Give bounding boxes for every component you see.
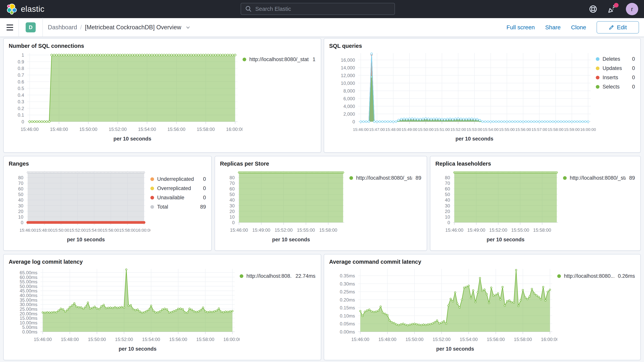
svg-text:0.4: 0.4 (18, 92, 24, 98)
svg-text:0.6: 0.6 (18, 79, 24, 84)
breadcrumb-separator: / (80, 24, 82, 31)
chart-canvas[interactable]: 02,0004,0006,0008,00010,00012,00014,0001… (329, 50, 596, 144)
user-avatar[interactable]: r (626, 3, 638, 15)
legend-swatch (350, 176, 353, 180)
panel-replica-leaseholders: Replica leaseholders 0102030405060708015… (430, 156, 641, 251)
panel-title[interactable]: Average command commit latency (329, 259, 635, 265)
svg-text:16:00:00: 16:00:00 (224, 337, 240, 342)
legend-item[interactable]: http://localhost:8080/_sta...89 (563, 175, 635, 181)
legend-item[interactable]: Unavailable0 (150, 195, 206, 201)
chart-area: 00.10.20.30.40.50.60.70.80.9115:46:0015:… (9, 50, 242, 145)
chevron-down-icon[interactable] (186, 25, 190, 30)
menu-button[interactable] (6, 24, 13, 30)
chart-canvas[interactable]: 0102030405060708015:46:0015:48:0015:50:0… (9, 167, 150, 245)
legend-swatch (150, 177, 154, 181)
svg-text:per 10 seconds: per 10 seconds (456, 136, 494, 142)
svg-text:per 10 seconds: per 10 seconds (67, 237, 105, 242)
svg-text:15:48:00: 15:48:00 (50, 127, 68, 132)
panel-title[interactable]: Number of SQL connections (9, 43, 316, 49)
chart-area: 0102030405060708015:46:0015:48:0015:50:0… (9, 167, 150, 246)
chart-canvas[interactable]: 0102030405060708015:46:0015:49:0015:52:0… (220, 167, 350, 245)
svg-text:15:46:00: 15:46:00 (34, 337, 52, 342)
legend-item[interactable]: Updates0 (596, 65, 635, 71)
panel-ranges: Ranges 0102030405060708015:46:0015:48:00… (3, 156, 212, 251)
svg-text:15:55:00: 15:55:00 (499, 127, 515, 132)
svg-text:15:57:00: 15:57:00 (532, 127, 547, 132)
news-button[interactable] (607, 4, 617, 14)
legend-item[interactable]: Deletes0 (596, 56, 635, 62)
svg-text:70: 70 (230, 180, 235, 186)
breadcrumb-dashboard[interactable]: Dashboard (48, 24, 77, 31)
svg-text:60.00ms: 60.00ms (20, 275, 38, 280)
elastic-logo[interactable]: elastic (0, 4, 44, 15)
svg-text:15:52:00: 15:52:00 (70, 228, 86, 233)
panel-title[interactable]: SQL queries (329, 43, 635, 49)
clone-button[interactable]: Clone (571, 24, 586, 31)
svg-text:15:58:00: 15:58:00 (196, 337, 214, 342)
svg-text:15:46:00: 15:46:00 (20, 228, 36, 233)
svg-text:0.2: 0.2 (18, 106, 24, 111)
svg-text:15:58:00: 15:58:00 (197, 127, 214, 132)
legend-item[interactable]: Underreplicated0 (150, 176, 206, 182)
legend-swatch (150, 186, 154, 190)
legend-item[interactable]: http://localhost:8080/_sta...89 (350, 175, 421, 181)
panel-title[interactable]: Average log commit latency (9, 259, 316, 265)
svg-text:15:52:00: 15:52:00 (433, 337, 450, 342)
legend-item[interactable]: Inserts0 (596, 74, 635, 80)
share-button[interactable]: Share (545, 24, 561, 31)
full-screen-button[interactable]: Full screen (506, 24, 535, 31)
chart-canvas[interactable]: 00.10.20.30.40.50.60.70.80.9115:46:0015:… (9, 50, 242, 144)
svg-text:20.00ms: 20.00ms (20, 311, 38, 316)
page-title[interactable]: [Metricbeat CockroachDB] Overview (85, 24, 181, 31)
legend-item[interactable]: http://localhost:8080/_stat...1 (242, 56, 316, 62)
svg-text:15:52:00: 15:52:00 (115, 337, 133, 342)
svg-text:15:56:00: 15:56:00 (169, 337, 187, 342)
space-selector[interactable]: D (26, 22, 36, 32)
legend-item[interactable]: http://localhost:8080...0.26ms (557, 273, 635, 279)
help-icon (588, 4, 598, 14)
svg-text:15:48:00: 15:48:00 (61, 337, 79, 342)
legend-item[interactable]: Overreplicated0 (150, 186, 206, 192)
help-button[interactable] (588, 4, 598, 14)
svg-text:16:00:00: 16:00:00 (580, 127, 596, 132)
legend-item[interactable]: Total89 (150, 204, 206, 210)
panel-average-command-commit-latency: Average command commit latency 0.00ms0.0… (324, 254, 641, 360)
svg-text:10: 10 (230, 214, 235, 220)
search-input[interactable]: Search Elastic (241, 3, 395, 15)
panel-title[interactable]: Replicas per Store (220, 160, 422, 167)
chart-canvas[interactable]: 0102030405060708015:46:0015:49:0015:52:0… (435, 167, 563, 245)
legend-swatch (563, 176, 567, 180)
legend-label: Deletes (602, 56, 628, 62)
svg-text:30: 30 (18, 203, 23, 208)
legend-swatch (240, 274, 243, 278)
svg-text:10: 10 (18, 214, 23, 220)
legend-swatch (557, 274, 561, 278)
legend-value: 0 (632, 56, 635, 62)
legend-item[interactable]: http://localhost:808...22.74ms (240, 273, 316, 279)
svg-text:0.7: 0.7 (18, 72, 24, 78)
svg-text:15:46:00: 15:46:00 (230, 228, 248, 233)
breadcrumb: Dashboard / [Metricbeat CockroachDB] Ove… (48, 24, 190, 31)
svg-text:50: 50 (18, 192, 23, 197)
svg-text:15:54:00: 15:54:00 (483, 127, 498, 132)
svg-text:15:54:00: 15:54:00 (138, 127, 156, 132)
edit-button[interactable]: Edit (596, 21, 639, 34)
svg-text:50: 50 (230, 192, 235, 197)
svg-text:80: 80 (230, 175, 235, 180)
chart-canvas[interactable]: 0.00ms5.00ms10.00ms15.00ms20.00ms25.00ms… (9, 266, 240, 354)
svg-text:40.00ms: 40.00ms (20, 293, 38, 298)
svg-text:50.00ms: 50.00ms (20, 284, 38, 289)
svg-text:70: 70 (18, 180, 23, 186)
legend-label: http://localhost:8080/_stat... (249, 56, 309, 62)
svg-text:15:58:00: 15:58:00 (514, 337, 532, 342)
svg-text:0.10ms: 0.10ms (340, 313, 355, 318)
chart-canvas[interactable]: 0.00ms0.05ms0.10ms0.15ms0.20ms0.25ms0.30… (329, 266, 557, 354)
svg-text:0.9: 0.9 (18, 59, 24, 64)
panel-title[interactable]: Ranges (9, 160, 206, 167)
svg-text:15:56:00: 15:56:00 (487, 337, 505, 342)
panel-title[interactable]: Replica leaseholders (435, 160, 635, 167)
legend-label: http://localhost:808... (246, 273, 292, 279)
legend-item[interactable]: Selects0 (596, 84, 635, 90)
svg-text:per 10 seconds: per 10 seconds (118, 346, 156, 352)
svg-text:0.00ms: 0.00ms (22, 329, 38, 334)
